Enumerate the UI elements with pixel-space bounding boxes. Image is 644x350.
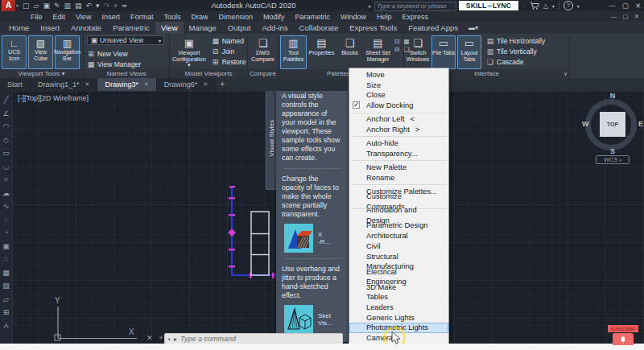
ribbon-tab[interactable]: Insert <box>35 22 65 34</box>
layout-tabs-toggle[interactable]: ▭ Layout Tabs <box>457 35 481 69</box>
qat-customize-icon[interactable]: ≂ <box>122 0 128 11</box>
tab-start[interactable]: Start <box>0 78 31 91</box>
save-as-icon[interactable]: ✎ <box>54 0 60 11</box>
help-icon[interactable]: ? <box>564 1 573 10</box>
viewport-controls-label[interactable]: [-][Top][2D Wireframe] <box>18 94 89 102</box>
menu-item[interactable]: View <box>76 13 91 21</box>
context-menu-item[interactable]: Auto-hide <box>349 138 448 149</box>
new-drawing-tab-button[interactable] <box>216 78 229 91</box>
restore-button[interactable] <box>622 2 629 10</box>
dialog-launcher-icon[interactable] <box>564 71 568 77</box>
undo-icon[interactable]: ↶ <box>86 0 93 11</box>
dwg-compare-button[interactable]: ❏ DWG Compare <box>250 35 276 69</box>
context-menu-item[interactable]: 3D Make <box>349 282 448 293</box>
context-menu-item[interactable]: Rename <box>349 173 448 183</box>
spline-tool-icon[interactable]: ∿ <box>3 201 10 211</box>
new-view-button[interactable]: ⊞ New View <box>87 48 167 59</box>
menu-item[interactable]: Help <box>377 13 392 21</box>
compass-west[interactable]: W <box>582 120 589 128</box>
arc-3point-tool-icon[interactable]: ◡ <box>3 162 10 171</box>
tab-drawing6[interactable]: Drawing6* <box>157 78 216 91</box>
doc-restore-button[interactable] <box>623 13 629 20</box>
print-icon[interactable]: ▤ <box>75 0 82 11</box>
menu-item[interactable]: Modify <box>263 13 285 21</box>
view-manager-button[interactable]: ▦ View Manager <box>87 59 167 69</box>
new-file-icon[interactable]: ▢ <box>23 0 30 11</box>
polygon-tool-icon[interactable]: ◇ <box>3 135 9 145</box>
ellipse-tool-icon[interactable]: ◌ <box>4 215 8 224</box>
menu-item[interactable]: Parametric <box>295 13 331 21</box>
ribbon-tab[interactable]: Annotate <box>65 22 107 34</box>
menu-item[interactable]: File <box>31 13 43 21</box>
viewport-configuration-button[interactable]: ▣ Viewport Configuration ▾ <box>171 35 207 69</box>
menu-item[interactable]: Draw <box>191 13 208 21</box>
context-menu-item[interactable]: Size <box>349 80 448 91</box>
doc-minimize-button[interactable] <box>611 13 617 20</box>
viewcube[interactable]: N W E S TOP WCS <box>583 92 642 166</box>
navigation-bar-toggle[interactable]: ▥ Navigation Bar <box>55 35 80 69</box>
sketchy-style-thumbnail[interactable] <box>284 305 313 334</box>
compass-north[interactable]: N <box>583 92 642 100</box>
menu-item[interactable]: Insert <box>101 13 120 21</box>
command-input[interactable]: Type a command <box>180 335 236 343</box>
menu-item[interactable]: Express <box>402 13 429 21</box>
sheet-set-manager-button[interactable]: ▤ Sheet Set Manager <box>365 35 391 69</box>
bell-icon[interactable] <box>613 333 634 345</box>
doc-close-button[interactable] <box>634 13 639 20</box>
menu-item[interactable]: Tools <box>163 13 180 21</box>
view-cube-toggle[interactable]: ▧ View Cube <box>28 35 53 69</box>
plot-icon[interactable]: ▥ <box>64 0 72 11</box>
close-icon[interactable] <box>147 334 153 342</box>
context-menu-item[interactable]: Anchor Left < <box>349 114 448 125</box>
tool-palettes-button[interactable]: ▥ Tool Palettes <box>280 35 307 69</box>
context-menu-item[interactable] <box>351 184 447 185</box>
line-tool-icon[interactable]: ╱ <box>4 95 8 105</box>
context-menu-item[interactable]: Electrical Engineering <box>349 272 448 282</box>
ribbon-tab[interactable]: Parametric <box>107 22 155 34</box>
ribbon-tab[interactable]: Collaborate <box>294 22 345 34</box>
join-viewports-button[interactable]: ⊟ Join <box>212 46 246 56</box>
logo-dropdown-icon[interactable] <box>16 2 19 8</box>
close-tab-icon[interactable] <box>85 81 90 88</box>
point-tool-icon[interactable]: ∴ <box>4 254 9 264</box>
context-menu-item[interactable] <box>351 113 447 113</box>
open-file-icon[interactable]: ▱ <box>34 0 39 11</box>
palette-tab-visual-styles[interactable]: Visual Styles <box>266 87 276 190</box>
xray-tool[interactable]: X -R... <box>284 224 342 253</box>
redo-dropdown-icon[interactable]: ▾ <box>114 0 118 11</box>
tab-drawing3[interactable]: Drawing3* <box>97 78 156 91</box>
context-menu-item[interactable] <box>351 160 447 161</box>
panel-label[interactable]: Compare <box>248 69 278 78</box>
ribbon-tab[interactable]: Manage <box>184 22 222 34</box>
ellipse-arc-tool-icon[interactable]: ◔ <box>4 228 8 237</box>
blocks-button[interactable]: ❑ Blocks <box>336 35 363 69</box>
context-menu-item[interactable]: Architectural <box>349 231 448 241</box>
subscribe-label[interactable]: SUBSCRIBE <box>608 325 638 332</box>
panel-label[interactable]: Named Views <box>84 69 169 78</box>
context-menu-item[interactable]: Generic Lights <box>349 313 448 323</box>
ribbon-tab[interactable]: Home <box>3 22 35 34</box>
gradient-tool-icon[interactable]: ▨ <box>2 281 10 290</box>
ribbon-display-toggle-icon[interactable] <box>469 22 477 34</box>
ribbon-tab[interactable]: Featured Apps <box>402 22 464 34</box>
table-tool-icon[interactable]: ⊞ <box>3 307 10 317</box>
menu-item[interactable]: Window <box>341 13 366 21</box>
ucs-icon-toggle[interactable]: ∟ UCS Icon <box>2 35 27 69</box>
properties-button[interactable]: ▤ Properties <box>308 35 335 69</box>
insert-block-tool-icon[interactable]: ▣ <box>2 241 10 251</box>
minimize-button[interactable] <box>609 2 616 10</box>
palette-extra-icon-1[interactable]: ⊡ <box>393 38 401 45</box>
autodesk-account-icon[interactable]: △ <box>543 2 548 10</box>
ribbon-tab[interactable]: Express Tools <box>344 22 402 34</box>
wcs-dropdown[interactable]: WCS <box>596 155 630 164</box>
add-layout-icon[interactable] <box>159 334 163 342</box>
context-menu-item[interactable]: Transparency... <box>349 149 448 159</box>
panel-label[interactable]: Model Viewports <box>170 69 247 78</box>
context-menu-item[interactable]: Tables <box>349 292 448 303</box>
tile-vertically-button[interactable]: ▥ Tile Vertically <box>486 46 545 56</box>
tab-drawing1-1[interactable]: Drawing1_1* <box>31 78 97 91</box>
switch-windows-button[interactable]: ❏ Switch Windows <box>406 35 430 69</box>
save-icon[interactable]: ▣ <box>43 0 50 11</box>
hatch-tool-icon[interactable]: ▦ <box>2 268 10 278</box>
autocad-logo-icon[interactable] <box>2 0 15 11</box>
